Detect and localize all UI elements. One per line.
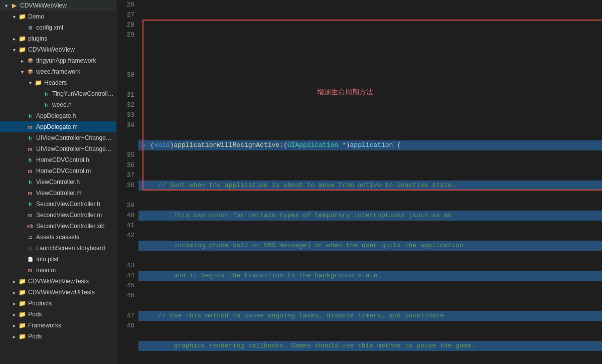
code-line: graphics rendering callbacks. Games shou… bbox=[138, 341, 602, 351]
file-icon: m bbox=[26, 211, 34, 219]
sidebar-item-infoplist[interactable]: 📄 Info.plist bbox=[0, 254, 116, 265]
file-icon: h bbox=[26, 134, 34, 142]
code-line bbox=[138, 30, 602, 40]
sidebar-item-cdvwkwebview[interactable]: 📁 CDVWkWebView bbox=[0, 44, 116, 55]
sidebar-label: Info.plist bbox=[36, 256, 114, 263]
folder-icon: ▶ bbox=[10, 2, 18, 10]
sidebar-label: SecondViewController.m bbox=[36, 212, 114, 219]
file-icon: 🗂 bbox=[26, 233, 34, 241]
sidebar-item-weeefw[interactable]: 📦 weee.framework bbox=[0, 66, 116, 77]
file-icon: h bbox=[26, 112, 34, 120]
file-icon: ◫ bbox=[26, 244, 34, 252]
sidebar-item-launchscreen[interactable]: ◫ LaunchScreen.storyboard bbox=[0, 243, 116, 254]
sidebar-item-demo[interactable]: 📁 Demo bbox=[0, 11, 116, 22]
arrow-icon bbox=[10, 47, 18, 53]
sidebar-item-root[interactable]: ▶ CDVWkWebView bbox=[0, 0, 116, 11]
folder-icon: 📁 bbox=[18, 288, 26, 296]
sidebar-item-secondvc-h[interactable]: h SecondViewController.h bbox=[0, 199, 116, 210]
code-editor[interactable]: 26 27 28 29 30 31 32 33 34 35 36 37 38 3… bbox=[116, 0, 602, 364]
file-icon: h bbox=[26, 178, 34, 186]
sidebar-item-weee-h[interactable]: h weee.h bbox=[0, 99, 116, 110]
code-line bbox=[138, 70, 602, 80]
arrow-icon bbox=[10, 334, 18, 339]
arrow-icon bbox=[10, 323, 18, 328]
file-icon: xib bbox=[26, 222, 34, 230]
sidebar-item-uivc-h[interactable]: h UIViewController+ChangeUI.h bbox=[0, 132, 116, 143]
arrow-icon bbox=[10, 36, 18, 42]
sidebar-item-secondvc-xib[interactable]: xib SecondViewController.xib bbox=[0, 221, 116, 232]
sidebar-item-plugins[interactable]: 📁 plugins bbox=[0, 33, 116, 44]
sidebar-item-pods[interactable]: 📁 Pods bbox=[0, 309, 116, 320]
sidebar-item-assets[interactable]: 🗂 Assets.xcassets bbox=[0, 232, 116, 243]
sidebar-label: TingYunViewController.h bbox=[52, 90, 114, 97]
sidebar-item-main-m[interactable]: m main.m bbox=[0, 265, 116, 276]
file-icon: ⚙ bbox=[26, 24, 34, 32]
sidebar-label: ViewController.h bbox=[36, 178, 114, 186]
sidebar-item-headers[interactable]: 📁 Headers bbox=[0, 77, 116, 88]
arrow-icon bbox=[10, 290, 18, 295]
sidebar-item-vc-h[interactable]: h ViewController.h bbox=[0, 176, 116, 188]
file-icon: h bbox=[26, 200, 34, 208]
folder-icon: 📁 bbox=[34, 79, 42, 87]
sidebar-label: CDVWkWebViewUITests bbox=[28, 289, 114, 296]
sidebar-item-products[interactable]: 📁 Products bbox=[0, 298, 116, 309]
arrow-icon bbox=[2, 3, 10, 9]
file-icon: m bbox=[26, 266, 34, 274]
sidebar-item-appdelegate-h[interactable]: h AppDelegate.h bbox=[0, 110, 116, 121]
folder-icon: 📁 bbox=[18, 35, 26, 43]
sidebar-item-secondvc-m[interactable]: m SecondViewController.m bbox=[0, 210, 116, 221]
arrow-icon bbox=[18, 69, 26, 75]
sidebar-item-uitests[interactable]: 📁 CDVWkWebViewUITests bbox=[0, 287, 116, 298]
sidebar-item-tests[interactable]: 📁 CDVWkWebViewTests bbox=[0, 276, 116, 287]
sidebar-item-homecdv-m[interactable]: m HomeCDVControl.m bbox=[0, 165, 116, 176]
sidebar-item-vc-m[interactable]: m ViewController.m bbox=[0, 188, 116, 199]
sidebar[interactable]: ▶ CDVWkWebView 📁 Demo ⚙ config.xml 📁 plu… bbox=[0, 0, 116, 364]
code-content[interactable]: - (void)applicationWillResignActive:(UIA… bbox=[138, 0, 602, 364]
sidebar-item-uivc-m[interactable]: m UIViewController+ChangeUI.m bbox=[0, 143, 116, 154]
sidebar-label: HomeCDVControl.h bbox=[36, 156, 114, 163]
sidebar-label: SecondViewController.h bbox=[36, 201, 114, 208]
folder-icon: 📁 bbox=[18, 321, 26, 329]
sidebar-label: main.m bbox=[36, 267, 114, 274]
arrow-icon bbox=[18, 58, 26, 64]
file-icon: m bbox=[26, 189, 34, 197]
sidebar-label: UIViewController+ChangeUI.m bbox=[36, 145, 114, 152]
file-icon: 📄 bbox=[26, 255, 34, 263]
code-line: // Sent when the application is about to… bbox=[138, 180, 602, 191]
sidebar-label: HomeCDVControl.m bbox=[36, 167, 114, 174]
sidebar-label: Pods bbox=[28, 311, 114, 318]
code-line: // Use this method to pause ongoing task… bbox=[138, 311, 602, 321]
sidebar-label: SecondViewController.xib bbox=[36, 223, 114, 230]
file-icon: m bbox=[26, 123, 34, 131]
folder-icon: 📁 bbox=[18, 310, 26, 318]
sidebar-item-pods2[interactable]: 📁 Pods bbox=[0, 331, 116, 342]
sidebar-item-appdelegate-m[interactable]: m AppDelegate.m bbox=[0, 121, 116, 132]
arrow-icon bbox=[10, 14, 18, 20]
code-line: incoming phone call or SMS message) or w… bbox=[138, 241, 602, 251]
sidebar-item-frameworks[interactable]: 📁 Frameworks bbox=[0, 320, 116, 331]
arrow-icon bbox=[10, 301, 18, 306]
sidebar-label: tingyunApp.framework bbox=[36, 57, 114, 64]
code-container: 26 27 28 29 30 31 32 33 34 35 36 37 38 3… bbox=[116, 0, 602, 364]
sidebar-label: Products bbox=[28, 300, 114, 307]
sidebar-item-config[interactable]: ⚙ config.xml bbox=[0, 22, 116, 33]
file-icon: h bbox=[42, 90, 50, 98]
sidebar-label: weee.framework bbox=[36, 68, 114, 75]
sidebar-label: LaunchScreen.storyboard bbox=[36, 245, 114, 252]
sidebar-label: Assets.xcassets bbox=[36, 234, 114, 241]
code-line: This can occur for certain types of temp… bbox=[138, 211, 602, 221]
sidebar-item-tingyunapp[interactable]: 📦 tingyunApp.framework bbox=[0, 55, 116, 66]
sidebar-label: plugins bbox=[28, 35, 114, 42]
sidebar-label: UIViewController+ChangeUI.h bbox=[36, 134, 114, 141]
sidebar-label: Headers bbox=[44, 79, 114, 86]
file-icon: m bbox=[26, 167, 34, 175]
folder-icon: 📦 bbox=[26, 57, 34, 65]
file-icon: h bbox=[42, 101, 50, 109]
sidebar-label: Demo bbox=[28, 13, 114, 20]
sidebar-item-homecdv-h[interactable]: h HomeCDVControl.h bbox=[0, 154, 116, 165]
sidebar-label: CDVWkWebViewTests bbox=[28, 278, 114, 285]
sidebar-label: ViewController.m bbox=[36, 190, 114, 197]
sidebar-item-tingyunvc-h[interactable]: h TingYunViewController.h bbox=[0, 88, 116, 99]
sidebar-label: AppDelegate.m bbox=[36, 123, 114, 130]
file-icon: m bbox=[26, 145, 34, 153]
